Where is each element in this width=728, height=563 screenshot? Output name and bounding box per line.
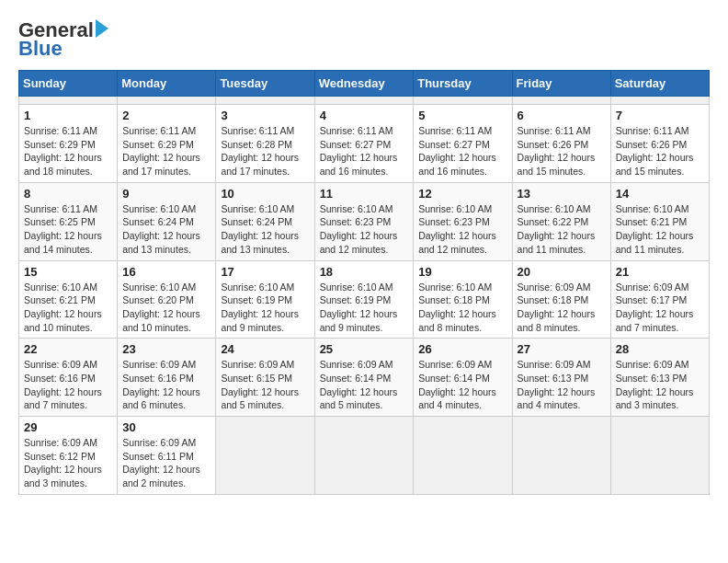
column-header-thursday: Thursday [414,71,512,97]
calendar-cell [216,97,314,105]
calendar-week-row: 8Sunrise: 6:11 AMSunset: 6:25 PMDaylight… [19,182,710,260]
calendar-cell: 23Sunrise: 6:09 AMSunset: 6:16 PMDayligh… [118,339,216,417]
day-detail: Sunrise: 6:10 AMSunset: 6:18 PMDaylight:… [418,281,506,335]
calendar-cell: 5Sunrise: 6:11 AMSunset: 6:27 PMDaylight… [414,105,512,183]
day-number: 26 [418,342,506,356]
column-header-monday: Monday [118,71,216,97]
day-detail: Sunrise: 6:09 AMSunset: 6:14 PMDaylight:… [320,358,409,412]
calendar-cell [414,97,512,105]
day-number: 12 [418,187,506,201]
calendar-cell [118,97,216,105]
day-detail: Sunrise: 6:11 AMSunset: 6:29 PMDaylight:… [24,124,112,178]
calendar-cell: 24Sunrise: 6:09 AMSunset: 6:15 PMDayligh… [216,339,314,417]
calendar-cell: 4Sunrise: 6:11 AMSunset: 6:27 PMDaylight… [314,105,414,183]
calendar-cell: 17Sunrise: 6:10 AMSunset: 6:19 PMDayligh… [216,260,314,339]
day-number: 24 [221,342,309,356]
day-number: 13 [518,187,606,201]
calendar-cell: 26Sunrise: 6:09 AMSunset: 6:14 PMDayligh… [414,339,512,417]
calendar-cell [19,97,118,105]
day-detail: Sunrise: 6:10 AMSunset: 6:19 PMDaylight:… [221,281,309,335]
calendar-cell [414,417,512,495]
day-detail: Sunrise: 6:11 AMSunset: 6:27 PMDaylight:… [418,124,506,178]
day-detail: Sunrise: 6:09 AMSunset: 6:17 PMDaylight:… [616,281,704,335]
calendar-cell: 14Sunrise: 6:10 AMSunset: 6:21 PMDayligh… [610,182,709,260]
day-detail: Sunrise: 6:11 AMSunset: 6:28 PMDaylight:… [221,124,309,178]
calendar-cell: 15Sunrise: 6:10 AMSunset: 6:21 PMDayligh… [19,260,118,339]
logo-arrow-icon [96,19,108,38]
day-detail: Sunrise: 6:09 AMSunset: 6:18 PMDaylight:… [518,281,606,335]
calendar-table: SundayMondayTuesdayWednesdayThursdayFrid… [18,70,710,495]
day-detail: Sunrise: 6:10 AMSunset: 6:21 PMDaylight:… [24,281,112,335]
logo-blue: Blue [18,37,63,61]
calendar-cell: 13Sunrise: 6:10 AMSunset: 6:22 PMDayligh… [512,182,610,260]
day-number: 14 [616,187,704,201]
day-number: 27 [518,342,606,356]
calendar-week-row [19,97,710,105]
day-detail: Sunrise: 6:11 AMSunset: 6:26 PMDaylight:… [616,124,704,178]
calendar-cell: 20Sunrise: 6:09 AMSunset: 6:18 PMDayligh… [512,260,610,339]
day-number: 10 [221,187,309,201]
day-detail: Sunrise: 6:11 AMSunset: 6:25 PMDaylight:… [24,202,112,257]
calendar-cell: 28Sunrise: 6:09 AMSunset: 6:13 PMDayligh… [610,339,709,417]
calendar-cell: 1Sunrise: 6:11 AMSunset: 6:29 PMDaylight… [19,105,118,183]
day-number: 22 [24,342,112,356]
day-number: 17 [221,265,309,279]
calendar-cell: 6Sunrise: 6:11 AMSunset: 6:26 PMDaylight… [512,105,610,183]
day-number: 7 [616,109,704,122]
calendar-cell: 10Sunrise: 6:10 AMSunset: 6:24 PMDayligh… [216,182,314,260]
calendar-cell [610,417,709,495]
calendar-cell: 16Sunrise: 6:10 AMSunset: 6:20 PMDayligh… [118,260,216,339]
calendar-cell [610,97,709,105]
day-number: 2 [122,109,210,122]
column-header-sunday: Sunday [19,71,118,97]
calendar-cell: 9Sunrise: 6:10 AMSunset: 6:24 PMDaylight… [118,182,216,260]
calendar-cell: 29Sunrise: 6:09 AMSunset: 6:12 PMDayligh… [19,417,118,495]
day-detail: Sunrise: 6:10 AMSunset: 6:23 PMDaylight:… [418,202,506,257]
day-number: 6 [518,109,606,122]
day-number: 28 [616,342,704,356]
day-detail: Sunrise: 6:11 AMSunset: 6:26 PMDaylight:… [518,124,606,178]
calendar-cell: 11Sunrise: 6:10 AMSunset: 6:23 PMDayligh… [314,182,414,260]
day-number: 9 [122,187,210,201]
day-detail: Sunrise: 6:09 AMSunset: 6:13 PMDaylight:… [616,358,704,412]
calendar-week-row: 15Sunrise: 6:10 AMSunset: 6:21 PMDayligh… [19,260,710,339]
calendar-cell [314,97,414,105]
calendar-cell: 18Sunrise: 6:10 AMSunset: 6:19 PMDayligh… [314,260,414,339]
column-header-saturday: Saturday [610,71,709,97]
day-detail: Sunrise: 6:11 AMSunset: 6:27 PMDaylight:… [320,124,409,178]
calendar-cell: 2Sunrise: 6:11 AMSunset: 6:29 PMDaylight… [118,105,216,183]
calendar-cell: 22Sunrise: 6:09 AMSunset: 6:16 PMDayligh… [19,339,118,417]
column-header-friday: Friday [512,71,610,97]
calendar-week-row: 1Sunrise: 6:11 AMSunset: 6:29 PMDaylight… [19,105,710,183]
day-detail: Sunrise: 6:10 AMSunset: 6:22 PMDaylight:… [518,202,606,257]
day-number: 15 [24,265,112,279]
day-detail: Sunrise: 6:09 AMSunset: 6:16 PMDaylight:… [24,358,112,412]
day-detail: Sunrise: 6:09 AMSunset: 6:14 PMDaylight:… [418,358,506,412]
day-detail: Sunrise: 6:10 AMSunset: 6:24 PMDaylight:… [122,202,210,257]
day-number: 5 [418,109,506,122]
page-header: General Blue [18,18,710,61]
day-detail: Sunrise: 6:09 AMSunset: 6:11 PMDaylight:… [122,436,210,490]
calendar-week-row: 29Sunrise: 6:09 AMSunset: 6:12 PMDayligh… [19,417,710,495]
calendar-cell [512,417,610,495]
calendar-cell [512,97,610,105]
day-number: 21 [616,265,704,279]
calendar-week-row: 22Sunrise: 6:09 AMSunset: 6:16 PMDayligh… [19,339,710,417]
day-number: 25 [320,342,409,356]
calendar-cell: 21Sunrise: 6:09 AMSunset: 6:17 PMDayligh… [610,260,709,339]
day-number: 16 [122,265,210,279]
day-number: 4 [320,109,409,122]
calendar-cell: 12Sunrise: 6:10 AMSunset: 6:23 PMDayligh… [414,182,512,260]
logo: General Blue [18,18,108,61]
calendar-cell: 3Sunrise: 6:11 AMSunset: 6:28 PMDaylight… [216,105,314,183]
day-detail: Sunrise: 6:09 AMSunset: 6:16 PMDaylight:… [122,358,210,412]
day-detail: Sunrise: 6:10 AMSunset: 6:24 PMDaylight:… [221,202,309,257]
day-number: 30 [122,420,210,434]
column-header-wednesday: Wednesday [314,71,414,97]
day-number: 3 [221,109,309,122]
day-detail: Sunrise: 6:10 AMSunset: 6:21 PMDaylight:… [616,202,704,257]
day-number: 18 [320,265,409,279]
day-number: 19 [418,265,506,279]
day-number: 23 [122,342,210,356]
calendar-cell [314,417,414,495]
